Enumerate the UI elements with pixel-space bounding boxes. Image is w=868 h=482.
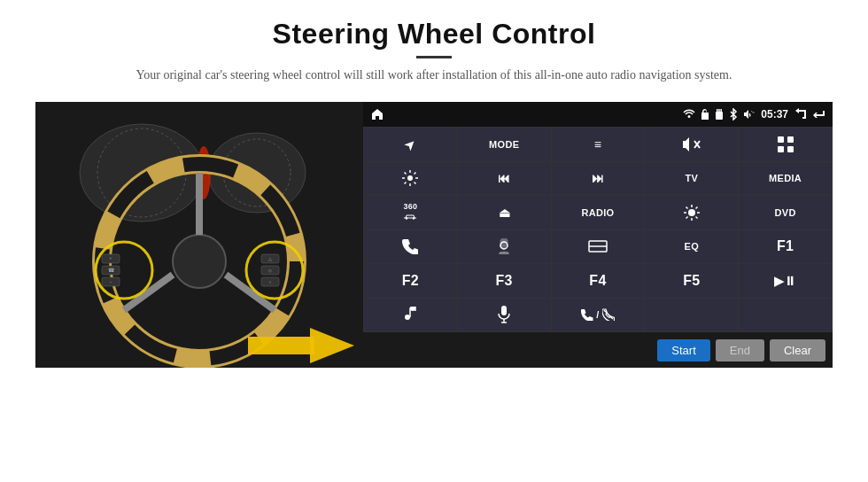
- page-title: Steering Wheel Control: [136, 18, 732, 51]
- svg-rect-39: [787, 146, 794, 152]
- title-divider: [416, 56, 452, 58]
- car-360-icon: [402, 213, 418, 220]
- map-icon: [496, 238, 512, 254]
- music-icon: [402, 307, 418, 323]
- return-icon: [813, 108, 825, 120]
- status-bar: 05:37: [363, 102, 833, 127]
- svg-rect-29: [717, 109, 718, 113]
- svg-point-41: [406, 217, 407, 219]
- 360-button[interactable]: 360: [364, 196, 457, 229]
- end-call-icon: [602, 308, 615, 321]
- svg-rect-37: [787, 136, 794, 143]
- apps-button[interactable]: [739, 128, 832, 161]
- brightness-icon: [683, 204, 701, 222]
- navigate-button[interactable]: ➤: [364, 128, 457, 161]
- svg-text:△: △: [268, 257, 272, 261]
- f1-button[interactable]: F1: [739, 230, 832, 264]
- mute-button[interactable]: [645, 128, 738, 161]
- svg-rect-30: [718, 109, 720, 113]
- svg-point-45: [500, 253, 508, 255]
- svg-rect-38: [778, 146, 784, 152]
- svg-point-8: [173, 235, 226, 288]
- wifi-icon: [683, 109, 695, 120]
- svg-point-43: [688, 209, 695, 216]
- button-grid: ➤ MODE ≡: [363, 127, 833, 332]
- phone-button[interactable]: [364, 230, 457, 264]
- brightness-button[interactable]: [645, 196, 738, 229]
- svg-rect-28: [716, 112, 723, 120]
- radio-button[interactable]: RADIO: [552, 196, 645, 229]
- svg-rect-27: [248, 337, 314, 354]
- next-button[interactable]: ⏭: [552, 162, 645, 196]
- home-icon: [370, 107, 384, 121]
- svg-point-42: [413, 217, 415, 219]
- svg-point-40: [407, 175, 413, 181]
- media-button[interactable]: MEDIA: [739, 162, 832, 196]
- svg-line-32: [751, 111, 753, 113]
- svg-text:◇: ◇: [268, 268, 272, 273]
- window-button[interactable]: [552, 230, 645, 264]
- mic-button[interactable]: [458, 299, 551, 332]
- svg-rect-31: [721, 109, 723, 113]
- call-icon: [581, 308, 593, 321]
- svg-text:-: -: [110, 279, 112, 284]
- f2-button[interactable]: F2: [364, 264, 457, 298]
- bluetooth-icon: [729, 108, 738, 120]
- svg-rect-48: [501, 306, 507, 315]
- lock-icon: [701, 109, 709, 120]
- phone-icon: [402, 238, 418, 254]
- empty-btn-1[interactable]: [645, 299, 738, 332]
- microphone-icon: [498, 306, 510, 323]
- eq-button[interactable]: EQ: [645, 230, 738, 264]
- f4-button[interactable]: F4: [552, 264, 645, 298]
- apps-icon: [777, 136, 794, 153]
- status-left: [370, 107, 384, 121]
- status-right: 05:37: [683, 108, 825, 120]
- playpause-button[interactable]: ▶⏸: [739, 264, 832, 298]
- svg-rect-36: [778, 136, 784, 143]
- sd-icon: [715, 109, 724, 120]
- back-icon: [794, 108, 808, 120]
- page-subtitle: Your original car's steering wheel contr…: [136, 66, 732, 84]
- f3-button[interactable]: F3: [458, 264, 551, 298]
- content-area: + ☎ - △ ◇ ○: [35, 102, 833, 368]
- volume-icon: [743, 109, 756, 120]
- settings-icon: [401, 169, 419, 187]
- clear-button[interactable]: Clear: [770, 339, 825, 362]
- steering-wheel-image: + ☎ - △ ◇ ○: [35, 102, 363, 368]
- settings-button[interactable]: [364, 162, 457, 196]
- tv-button[interactable]: TV: [645, 162, 738, 196]
- mute-icon: [682, 136, 701, 152]
- dvd-button[interactable]: DVD: [739, 196, 832, 229]
- prev-button[interactable]: ⏮: [458, 162, 551, 196]
- title-section: Steering Wheel Control Your original car…: [136, 18, 732, 97]
- music-button[interactable]: [364, 299, 457, 332]
- android-panel: 05:37 ➤ MODE: [363, 102, 833, 368]
- f5-button[interactable]: F5: [645, 264, 738, 298]
- list-button[interactable]: ≡: [552, 128, 645, 161]
- end-button[interactable]: End: [716, 339, 764, 362]
- start-button[interactable]: Start: [657, 339, 709, 362]
- call-button[interactable]: /: [552, 299, 645, 332]
- mode-button[interactable]: MODE: [458, 128, 551, 161]
- status-time: 05:37: [761, 108, 788, 120]
- map-button[interactable]: [458, 230, 551, 264]
- window-icon: [588, 240, 608, 253]
- bottom-bar: Start End Clear: [363, 332, 833, 368]
- svg-text:○: ○: [268, 280, 271, 284]
- page-wrapper: Steering Wheel Control Your original car…: [0, 0, 868, 482]
- eject-button[interactable]: ⏏: [458, 196, 551, 229]
- svg-text:☎: ☎: [108, 268, 115, 273]
- empty-btn-2[interactable]: [739, 299, 832, 332]
